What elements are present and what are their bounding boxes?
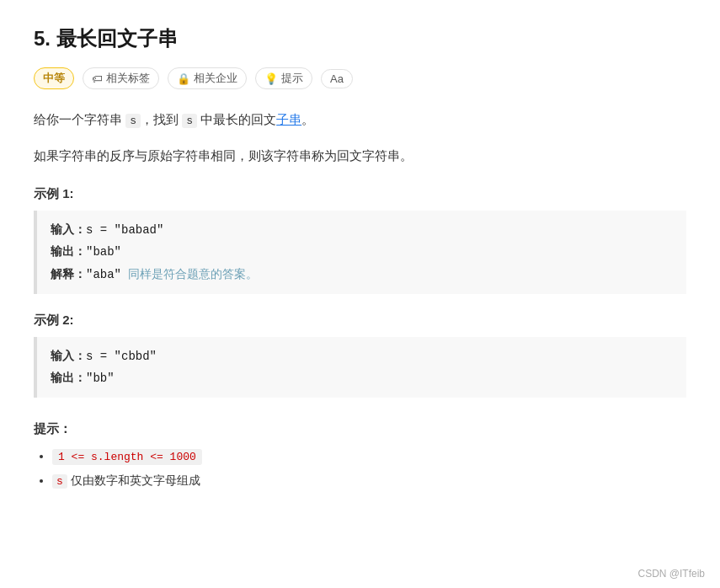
example1-note-value: "aba" — [86, 268, 121, 281]
hint-code-2: s — [52, 474, 67, 489]
hint-item-2: s 仅由数字和英文字母组成 — [52, 473, 686, 489]
hint-code-1: 1 <= s.length <= 1000 — [52, 449, 202, 465]
tag-related-tags[interactable]: 🏷 相关标签 — [83, 67, 159, 89]
example2-block: 输入：s = "cbbd" 输出："bb" — [34, 337, 686, 398]
example1-note-text: 同样是符合题意的答案。 — [121, 268, 258, 281]
example2-output: 输出："bb" — [51, 367, 673, 389]
example1-input-value: s = "babad" — [86, 223, 163, 237]
hint-item-1: 1 <= s.length <= 1000 — [52, 449, 686, 463]
example2-input: 输入：s = "cbbd" — [51, 345, 673, 367]
tag-related-tags-label: 相关标签 — [106, 71, 150, 86]
example2-input-label: 输入： — [51, 349, 86, 362]
description-text-2: ，找到 — [141, 112, 182, 126]
code-s-1: s — [125, 114, 141, 128]
tag-hint[interactable]: 💡 提示 — [255, 67, 312, 89]
description-line1: 给你一个字符串 s，找到 s 中最长的回文子串。 — [34, 108, 686, 132]
tag-related-company-label: 相关企业 — [194, 71, 237, 86]
example1-input: 输入：s = "babad" — [51, 219, 673, 241]
lightbulb-icon: 💡 — [264, 72, 278, 85]
page-title: 5. 最长回文子串 — [34, 25, 686, 52]
example1-output-value: "bab" — [86, 245, 121, 259]
example2-output-label: 输出： — [51, 371, 86, 384]
code-s-2: s — [182, 114, 197, 128]
hints-section: 提示： 1 <= s.length <= 1000 s 仅由数字和英文字母组成 — [34, 421, 686, 489]
example2-title: 示例 2: — [34, 313, 686, 329]
example1-note: 解释："aba" 同样是符合题意的答案。 — [51, 264, 673, 286]
example1-title: 示例 1: — [34, 186, 686, 202]
example2-output-value: "bb" — [86, 372, 115, 385]
tag-medium[interactable]: 中等 — [34, 67, 74, 89]
tag-font[interactable]: Aa — [321, 69, 353, 88]
tag-hint-label: 提示 — [281, 71, 303, 86]
hints-title: 提示： — [34, 421, 686, 437]
lock-icon: 🔒 — [177, 72, 190, 85]
example1-block: 输入：s = "babad" 输出："bab" 解释："aba" 同样是符合题意… — [34, 211, 686, 294]
tag-icon-label: 🏷 — [92, 72, 103, 85]
watermark: CSDN @ITfeib — [637, 568, 705, 580]
tag-medium-label: 中等 — [43, 71, 65, 86]
hint-text-2: 仅由数字和英文字母组成 — [67, 473, 200, 487]
hints-list: 1 <= s.length <= 1000 s 仅由数字和英文字母组成 — [34, 449, 686, 489]
description-text-1: 给你一个字符串 — [34, 112, 125, 126]
example1-input-label: 输入： — [51, 222, 86, 236]
description-line2: 如果字符串的反序与原始字符串相同，则该字符串称为回文字符串。 — [34, 144, 686, 168]
link-substring[interactable]: 子串 — [276, 112, 301, 126]
tags-row: 中等 🏷 相关标签 🔒 相关企业 💡 提示 Aa — [34, 67, 686, 89]
description-text-3: 中最长的回文 — [197, 112, 276, 126]
tag-related-company[interactable]: 🔒 相关企业 — [168, 67, 247, 89]
description-text-4: 。 — [301, 112, 314, 126]
tag-font-label: Aa — [330, 72, 344, 85]
example2-input-value: s = "cbbd" — [86, 350, 157, 363]
example1-output-label: 输出： — [51, 244, 86, 258]
example1-output: 输出："bab" — [51, 241, 673, 263]
example1-note-label: 解释： — [51, 267, 86, 281]
